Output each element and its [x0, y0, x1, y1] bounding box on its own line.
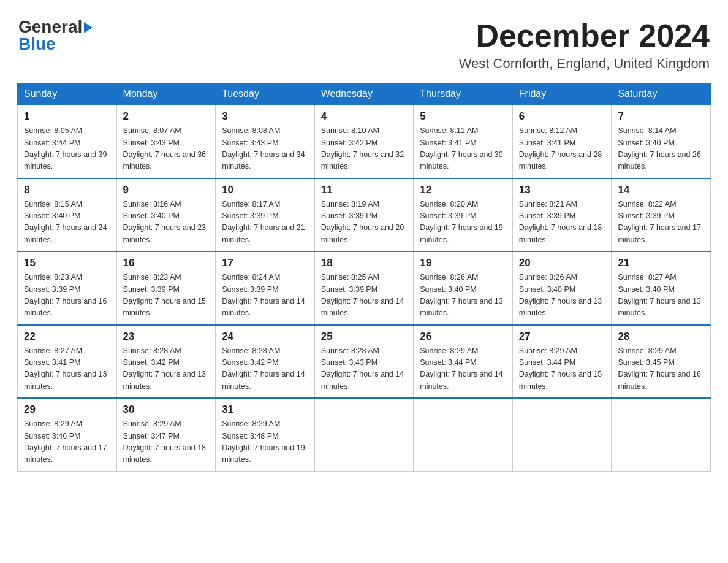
- day-cell: 18Sunrise: 8:25 AMSunset: 3:39 PMDayligh…: [314, 251, 414, 325]
- title-section: December 2024 West Cornforth, England, U…: [459, 18, 710, 72]
- day-info: Sunrise: 8:29 AMSunset: 3:48 PMDaylight:…: [222, 418, 308, 466]
- day-cell: 6Sunrise: 8:12 AMSunset: 3:41 PMDaylight…: [512, 105, 612, 178]
- location-title: West Cornforth, England, United Kingdom: [459, 56, 710, 72]
- day-info: Sunrise: 8:22 AMSunset: 3:39 PMDaylight:…: [618, 199, 704, 247]
- day-cell: 2Sunrise: 8:07 AMSunset: 3:43 PMDaylight…: [116, 105, 216, 178]
- day-number: 18: [321, 257, 408, 269]
- day-number: 19: [420, 257, 506, 269]
- day-cell: 24Sunrise: 8:28 AMSunset: 3:42 PMDayligh…: [216, 325, 315, 399]
- day-number: 23: [123, 331, 210, 343]
- day-number: 15: [24, 257, 110, 269]
- day-cell: 23Sunrise: 8:28 AMSunset: 3:42 PMDayligh…: [116, 325, 216, 399]
- day-cell: 16Sunrise: 8:23 AMSunset: 3:39 PMDayligh…: [116, 251, 216, 325]
- day-number: 13: [519, 184, 605, 196]
- day-number: 7: [618, 110, 704, 123]
- day-number: 24: [222, 331, 308, 343]
- day-info: Sunrise: 8:26 AMSunset: 3:40 PMDaylight:…: [420, 272, 506, 320]
- logo-general: General: [18, 18, 82, 36]
- day-number: 27: [519, 331, 605, 343]
- day-info: Sunrise: 8:28 AMSunset: 3:42 PMDaylight:…: [123, 345, 210, 393]
- logo-arrow-icon: [84, 22, 93, 33]
- week-row-4: 22Sunrise: 8:27 AMSunset: 3:41 PMDayligh…: [18, 325, 711, 399]
- day-info: Sunrise: 8:29 AMSunset: 3:46 PMDaylight:…: [24, 418, 110, 466]
- day-number: 21: [618, 257, 704, 269]
- day-info: Sunrise: 8:20 AMSunset: 3:39 PMDaylight:…: [420, 199, 506, 247]
- day-cell: 14Sunrise: 8:22 AMSunset: 3:39 PMDayligh…: [612, 178, 711, 252]
- day-info: Sunrise: 8:29 AMSunset: 3:44 PMDaylight:…: [519, 345, 605, 393]
- day-cell: [512, 398, 612, 471]
- day-info: Sunrise: 8:23 AMSunset: 3:39 PMDaylight:…: [24, 272, 110, 320]
- day-info: Sunrise: 8:17 AMSunset: 3:39 PMDaylight:…: [222, 199, 308, 247]
- day-number: 26: [420, 331, 506, 343]
- day-info: Sunrise: 8:07 AMSunset: 3:43 PMDaylight:…: [123, 125, 210, 173]
- day-info: Sunrise: 8:28 AMSunset: 3:42 PMDaylight:…: [222, 345, 308, 393]
- day-cell: 20Sunrise: 8:26 AMSunset: 3:40 PMDayligh…: [512, 251, 612, 325]
- day-number: 4: [321, 110, 408, 123]
- header-thursday: Thursday: [414, 83, 513, 105]
- day-number: 12: [420, 184, 506, 196]
- day-number: 10: [222, 184, 308, 196]
- day-number: 17: [222, 257, 308, 269]
- day-cell: 28Sunrise: 8:29 AMSunset: 3:45 PMDayligh…: [612, 325, 711, 399]
- day-cell: 7Sunrise: 8:14 AMSunset: 3:40 PMDaylight…: [612, 105, 711, 178]
- day-info: Sunrise: 8:26 AMSunset: 3:40 PMDaylight:…: [519, 272, 605, 320]
- page-header: General Blue December 2024 West Cornfort…: [12, 12, 716, 72]
- day-cell: 3Sunrise: 8:08 AMSunset: 3:43 PMDaylight…: [216, 105, 315, 178]
- day-info: Sunrise: 8:05 AMSunset: 3:44 PMDaylight:…: [24, 125, 110, 173]
- day-cell: 21Sunrise: 8:27 AMSunset: 3:40 PMDayligh…: [612, 251, 711, 325]
- day-info: Sunrise: 8:29 AMSunset: 3:47 PMDaylight:…: [123, 418, 210, 466]
- week-row-2: 8Sunrise: 8:15 AMSunset: 3:40 PMDaylight…: [18, 178, 711, 252]
- header-tuesday: Tuesday: [216, 83, 315, 105]
- day-cell: 22Sunrise: 8:27 AMSunset: 3:41 PMDayligh…: [18, 325, 117, 399]
- day-number: 9: [123, 184, 210, 196]
- day-number: 1: [24, 110, 110, 123]
- day-number: 8: [24, 184, 110, 196]
- header-saturday: Saturday: [612, 83, 711, 105]
- calendar-table: SundayMondayTuesdayWednesdayThursdayFrid…: [17, 83, 711, 472]
- day-number: 5: [420, 110, 506, 123]
- day-info: Sunrise: 8:15 AMSunset: 3:40 PMDaylight:…: [24, 199, 110, 247]
- day-cell: 11Sunrise: 8:19 AMSunset: 3:39 PMDayligh…: [314, 178, 414, 252]
- day-cell: 9Sunrise: 8:16 AMSunset: 3:40 PMDaylight…: [116, 178, 216, 252]
- week-row-1: 1Sunrise: 8:05 AMSunset: 3:44 PMDaylight…: [18, 105, 711, 178]
- week-row-3: 15Sunrise: 8:23 AMSunset: 3:39 PMDayligh…: [18, 251, 711, 325]
- day-number: 20: [519, 257, 605, 269]
- day-cell: 25Sunrise: 8:28 AMSunset: 3:43 PMDayligh…: [314, 325, 414, 399]
- day-number: 25: [321, 331, 408, 343]
- month-title: December 2024: [459, 18, 710, 53]
- day-info: Sunrise: 8:19 AMSunset: 3:39 PMDaylight:…: [321, 199, 408, 247]
- week-row-5: 29Sunrise: 8:29 AMSunset: 3:46 PMDayligh…: [18, 398, 711, 471]
- day-cell: [414, 398, 513, 471]
- day-cell: 30Sunrise: 8:29 AMSunset: 3:47 PMDayligh…: [116, 398, 216, 471]
- header-wednesday: Wednesday: [314, 83, 414, 105]
- day-cell: 8Sunrise: 8:15 AMSunset: 3:40 PMDaylight…: [18, 178, 117, 252]
- day-cell: 19Sunrise: 8:26 AMSunset: 3:40 PMDayligh…: [414, 251, 513, 325]
- logo-blue: Blue: [18, 36, 56, 53]
- day-info: Sunrise: 8:14 AMSunset: 3:40 PMDaylight:…: [618, 125, 704, 173]
- day-info: Sunrise: 8:11 AMSunset: 3:41 PMDaylight:…: [420, 125, 506, 173]
- day-number: 30: [123, 404, 210, 416]
- day-info: Sunrise: 8:27 AMSunset: 3:40 PMDaylight:…: [618, 272, 704, 320]
- day-info: Sunrise: 8:29 AMSunset: 3:44 PMDaylight:…: [420, 345, 506, 393]
- header-friday: Friday: [512, 83, 612, 105]
- day-info: Sunrise: 8:12 AMSunset: 3:41 PMDaylight:…: [519, 125, 605, 173]
- day-info: Sunrise: 8:23 AMSunset: 3:39 PMDaylight:…: [123, 272, 210, 320]
- day-number: 14: [618, 184, 704, 196]
- header-row: SundayMondayTuesdayWednesdayThursdayFrid…: [18, 83, 711, 105]
- header-sunday: Sunday: [18, 83, 117, 105]
- day-cell: 27Sunrise: 8:29 AMSunset: 3:44 PMDayligh…: [512, 325, 612, 399]
- day-number: 31: [222, 404, 308, 416]
- day-cell: [612, 398, 711, 471]
- day-number: 3: [222, 110, 308, 123]
- day-cell: 4Sunrise: 8:10 AMSunset: 3:42 PMDaylight…: [314, 105, 414, 178]
- day-cell: 26Sunrise: 8:29 AMSunset: 3:44 PMDayligh…: [414, 325, 513, 399]
- day-number: 29: [24, 404, 110, 416]
- day-cell: 5Sunrise: 8:11 AMSunset: 3:41 PMDaylight…: [414, 105, 513, 178]
- logo: General Blue: [18, 18, 93, 53]
- day-number: 2: [123, 110, 210, 123]
- day-cell: 13Sunrise: 8:21 AMSunset: 3:39 PMDayligh…: [512, 178, 612, 252]
- day-cell: 12Sunrise: 8:20 AMSunset: 3:39 PMDayligh…: [414, 178, 513, 252]
- day-info: Sunrise: 8:16 AMSunset: 3:40 PMDaylight:…: [123, 199, 210, 247]
- day-cell: 15Sunrise: 8:23 AMSunset: 3:39 PMDayligh…: [18, 251, 117, 325]
- day-info: Sunrise: 8:28 AMSunset: 3:43 PMDaylight:…: [321, 345, 408, 393]
